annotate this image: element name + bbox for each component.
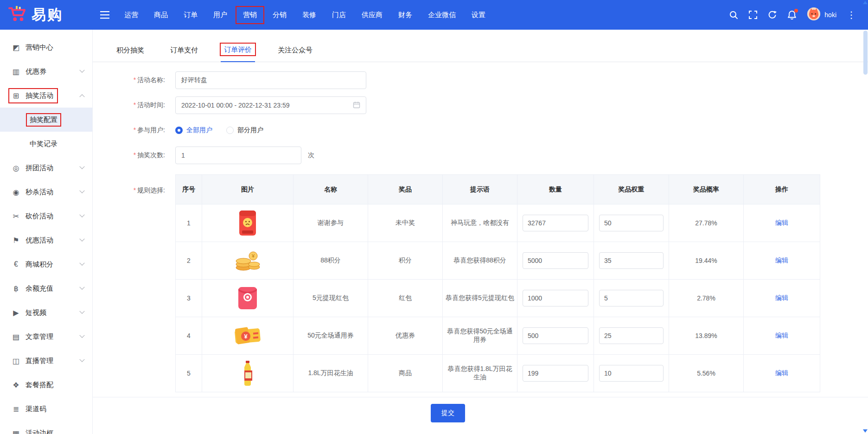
edit-link[interactable]: 编辑: [775, 294, 788, 301]
probability-cell: 2.78%: [669, 280, 744, 317]
sidebar-item[interactable]: ▦活动边框: [0, 421, 92, 434]
prize-type-cell: 商品: [368, 355, 443, 392]
sidebar-item[interactable]: ▥优惠券: [0, 59, 92, 83]
sidebar-item[interactable]: ✂砍价活动: [0, 204, 92, 228]
tab-订单评价[interactable]: 订单评价: [221, 45, 255, 62]
activity-time-input[interactable]: 2022-10-01 00:00 - 2022-12-31 23:59: [175, 96, 366, 114]
prize-image-cell: [202, 355, 294, 392]
serial-cell: 4: [176, 317, 202, 355]
radio-dot-icon: [175, 127, 183, 134]
sidebar-item[interactable]: ▤文章管理: [0, 325, 92, 349]
quantity-cell: [517, 242, 594, 280]
top-nav-item[interactable]: 营销: [236, 7, 263, 23]
rules-column-header: 数量: [517, 175, 594, 204]
sidebar-item-label: 余额充值: [26, 284, 53, 293]
thanks-card-image: [237, 209, 258, 237]
top-nav-item[interactable]: 订单: [177, 7, 204, 23]
draw-count-label: *抽奖次数:: [113, 151, 165, 160]
scrollbar-thumb[interactable]: [863, 31, 868, 75]
tab-积分抽奖[interactable]: 积分抽奖: [113, 46, 147, 62]
weight-cell: [594, 242, 669, 280]
user-menu[interactable]: hoki: [807, 7, 836, 23]
rules-column-header: 操作: [744, 175, 820, 204]
sidebar-item[interactable]: ⚑优惠活动: [0, 228, 92, 252]
quantity-input[interactable]: [523, 252, 588, 269]
top-nav-item[interactable]: 用户: [207, 7, 234, 23]
top-nav-item[interactable]: 供应商: [355, 7, 389, 23]
top-nav-item[interactable]: 运营: [118, 7, 145, 23]
draw-count-input[interactable]: [175, 147, 301, 164]
sidebar-item[interactable]: ◎拼团活动: [0, 156, 92, 180]
sidebar-item[interactable]: 抽奖配置: [0, 108, 92, 132]
weight-cell: [594, 317, 669, 355]
top-nav-item[interactable]: 企业微信: [421, 7, 462, 23]
refresh-icon[interactable]: [768, 10, 777, 19]
sidebar-item[interactable]: ▶短视频: [0, 300, 92, 325]
prize-name-cell: 5元提现红包: [294, 280, 368, 317]
quantity-input[interactable]: [523, 327, 588, 344]
activity-time-value: 2022-10-01 00:00 - 2022-12-31 23:59: [181, 102, 290, 109]
tab-订单支付[interactable]: 订单支付: [167, 46, 201, 62]
sidebar-item[interactable]: ⊞抽奖活动: [0, 83, 92, 108]
video-icon: ▶: [10, 308, 22, 317]
top-nav-item[interactable]: 商品: [147, 7, 174, 23]
sidebar-item[interactable]: ❖套餐搭配: [0, 373, 92, 397]
radio-全部用户[interactable]: 全部用户: [175, 126, 212, 134]
edit-link[interactable]: 编辑: [775, 332, 788, 339]
rules-table-row: 1谢谢参与未中奖神马玩意，啥都没有27.78%编辑: [176, 204, 820, 242]
radio-部分用户[interactable]: 部分用户: [226, 126, 263, 134]
top-nav-item[interactable]: 分销: [266, 7, 293, 23]
chevron-down-icon: [79, 236, 84, 242]
submit-button[interactable]: 提交: [431, 404, 465, 422]
fullscreen-icon[interactable]: [748, 10, 758, 19]
rules-section: *规则选择: 序号图片名称奖品提示语数量奖品权重奖品概率操作 1谢谢参与未中奖神…: [93, 174, 868, 392]
sidebar-item[interactable]: ฿余额充值: [0, 276, 92, 300]
search-icon[interactable]: [729, 10, 738, 19]
tab-关注公众号[interactable]: 关注公众号: [274, 46, 316, 62]
package-icon: ❖: [10, 381, 22, 389]
scroll-up-arrow[interactable]: [863, 1, 868, 4]
rules-column-header: 名称: [294, 175, 368, 204]
lottery-icon: ⊞: [10, 91, 22, 100]
prize-name-cell: 谢谢参与: [294, 204, 368, 242]
top-nav-item[interactable]: 门店: [326, 7, 352, 23]
serial-cell: 3: [176, 280, 202, 317]
rules-column-header: 提示语: [443, 175, 517, 204]
draw-count-suffix: 次: [308, 151, 314, 160]
quantity-input[interactable]: [523, 290, 588, 306]
edit-link[interactable]: 编辑: [775, 219, 788, 226]
prize-tip-cell: 恭喜您获得88积分: [443, 242, 517, 280]
weight-input[interactable]: [599, 215, 664, 231]
edit-link[interactable]: 编辑: [775, 369, 788, 377]
logo[interactable]: 易购: [0, 5, 93, 25]
sidebar-item[interactable]: ◫直播管理: [0, 349, 92, 373]
topbar: 易购 运营商品订单用户营销分销装修门店供应商财务企业微信设置: [0, 0, 868, 30]
quantity-input[interactable]: [523, 215, 588, 231]
action-cell: 编辑: [744, 242, 820, 280]
sidebar-item[interactable]: ◉秒杀活动: [0, 180, 92, 204]
activity-name-input[interactable]: [175, 71, 366, 89]
rules-column-header: 图片: [202, 175, 294, 204]
top-nav-item[interactable]: 财务: [392, 7, 419, 23]
notifications-bell-icon[interactable]: [787, 10, 797, 20]
weight-input[interactable]: [599, 327, 664, 344]
sidebar-item[interactable]: 中奖记录: [0, 132, 92, 156]
scroll-down-arrow[interactable]: [863, 429, 868, 433]
top-nav-item[interactable]: 装修: [296, 7, 323, 23]
edit-link[interactable]: 编辑: [775, 256, 788, 264]
quantity-cell: [517, 280, 594, 317]
collapse-sidebar-icon[interactable]: [100, 11, 110, 19]
weight-input[interactable]: [599, 290, 664, 306]
sidebar-item[interactable]: €商城积分: [0, 252, 92, 276]
more-options-icon[interactable]: ⋮: [847, 9, 856, 20]
top-nav-item[interactable]: 设置: [465, 7, 492, 23]
vertical-scrollbar[interactable]: [862, 0, 868, 434]
weight-input[interactable]: [599, 365, 664, 382]
weight-input[interactable]: [599, 252, 664, 269]
sidebar-item[interactable]: ≣渠道码: [0, 397, 92, 421]
sidebar-item[interactable]: ◩营销中心: [0, 35, 92, 59]
activity-form: *活动名称: *活动时间: 2022-10-01 00:00 - 2022-12…: [93, 62, 868, 172]
oil-bottle-image: [242, 359, 254, 387]
prize-image-cell: [202, 280, 294, 317]
quantity-input[interactable]: [523, 365, 588, 382]
